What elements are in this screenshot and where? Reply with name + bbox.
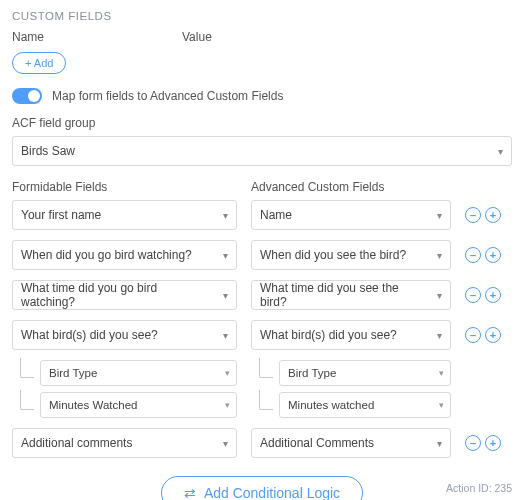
field-select-left-2[interactable]: What time did you go bird watching?▾ bbox=[12, 280, 237, 310]
field-select-right-3[interactable]: What bird(s) did you see?▾ bbox=[251, 320, 451, 350]
sub-cell-left: Bird Type▾ bbox=[12, 360, 237, 386]
chevron-down-icon: ▾ bbox=[437, 290, 442, 301]
field-select-right-4[interactable]: Additional Comments▾ bbox=[251, 428, 451, 458]
sub-field-value: Bird Type bbox=[49, 367, 97, 379]
field-select-right-0[interactable]: Name▾ bbox=[251, 200, 451, 230]
chevron-down-icon: ▾ bbox=[439, 400, 444, 410]
field-select-value: Additional Comments bbox=[260, 436, 374, 450]
add-row-icon[interactable]: + bbox=[485, 435, 501, 451]
mapping-row: Your first name▾Name▾–+ bbox=[12, 200, 512, 230]
remove-row-icon[interactable]: – bbox=[465, 435, 481, 451]
chevron-down-icon: ▾ bbox=[223, 330, 228, 341]
chevron-down-icon: ▾ bbox=[439, 368, 444, 378]
acf-group-label: ACF field group bbox=[12, 116, 512, 130]
row-actions: –+ bbox=[465, 207, 501, 223]
shuffle-icon: ⇄ bbox=[184, 485, 196, 500]
sub-cell-left: Minutes Watched▾ bbox=[12, 392, 237, 418]
acf-toggle-row: Map form fields to Advanced Custom Field… bbox=[12, 88, 512, 104]
field-select-right-1[interactable]: When did you see the bird?▾ bbox=[251, 240, 451, 270]
chevron-down-icon: ▾ bbox=[223, 290, 228, 301]
sub-field-select-left-3-1[interactable]: Minutes Watched▾ bbox=[40, 392, 237, 418]
mapping-header-right: Advanced Custom Fields bbox=[251, 180, 384, 194]
header-name: Name bbox=[12, 30, 182, 44]
chevron-down-icon: ▾ bbox=[225, 368, 230, 378]
sub-row: Bird Type▾Bird Type▾ bbox=[12, 360, 512, 386]
chevron-down-icon: ▾ bbox=[223, 210, 228, 221]
row-actions: –+ bbox=[465, 247, 501, 263]
chevron-down-icon: ▾ bbox=[498, 146, 503, 157]
sub-field-select-left-3-0[interactable]: Bird Type▾ bbox=[40, 360, 237, 386]
add-conditional-logic-button[interactable]: ⇄ Add Conditional Logic bbox=[161, 476, 363, 500]
field-select-value: What bird(s) did you see? bbox=[260, 328, 397, 342]
acf-group-select[interactable]: Birds Saw ▾ bbox=[12, 136, 512, 166]
mapping-row: What time did you go bird watching?▾What… bbox=[12, 280, 512, 310]
sub-field-select-right-3-1[interactable]: Minutes watched▾ bbox=[279, 392, 451, 418]
tree-connector-icon bbox=[259, 358, 273, 378]
chevron-down-icon: ▾ bbox=[437, 330, 442, 341]
action-id: Action ID: 235 bbox=[446, 482, 512, 494]
sub-cell-right: Minutes watched▾ bbox=[251, 392, 451, 418]
field-select-value: Your first name bbox=[21, 208, 101, 222]
sub-field-value: Bird Type bbox=[288, 367, 336, 379]
row-actions: –+ bbox=[465, 287, 501, 303]
acf-group-value: Birds Saw bbox=[21, 144, 75, 158]
mapping-row: When did you go bird watching?▾When did … bbox=[12, 240, 512, 270]
sub-group: Bird Type▾Bird Type▾Minutes Watched▾Minu… bbox=[12, 360, 512, 418]
sub-field-value: Minutes Watched bbox=[49, 399, 137, 411]
mapping-row: What bird(s) did you see?▾What bird(s) d… bbox=[12, 320, 512, 350]
acf-toggle-label: Map form fields to Advanced Custom Field… bbox=[52, 89, 283, 103]
add-row-icon[interactable]: + bbox=[485, 327, 501, 343]
field-select-value: Additional comments bbox=[21, 436, 132, 450]
row-actions: –+ bbox=[465, 435, 501, 451]
remove-row-icon[interactable]: – bbox=[465, 287, 481, 303]
sub-field-value: Minutes watched bbox=[288, 399, 374, 411]
field-select-value: What bird(s) did you see? bbox=[21, 328, 158, 342]
add-button[interactable]: + Add bbox=[12, 52, 66, 74]
chevron-down-icon: ▾ bbox=[437, 250, 442, 261]
chevron-down-icon: ▾ bbox=[223, 438, 228, 449]
chevron-down-icon: ▾ bbox=[225, 400, 230, 410]
add-row-icon[interactable]: + bbox=[485, 287, 501, 303]
chevron-down-icon: ▾ bbox=[223, 250, 228, 261]
field-select-left-1[interactable]: When did you go bird watching?▾ bbox=[12, 240, 237, 270]
sub-row: Minutes Watched▾Minutes watched▾ bbox=[12, 392, 512, 418]
mapping-row: Additional comments▾Additional Comments▾… bbox=[12, 428, 512, 458]
field-select-value: What time did you go bird watching? bbox=[21, 281, 212, 309]
mapping-header-left: Formidable Fields bbox=[12, 180, 237, 194]
chevron-down-icon: ▾ bbox=[437, 438, 442, 449]
sub-field-select-right-3-0[interactable]: Bird Type▾ bbox=[279, 360, 451, 386]
field-select-left-4[interactable]: Additional comments▾ bbox=[12, 428, 237, 458]
field-select-left-3[interactable]: What bird(s) did you see?▾ bbox=[12, 320, 237, 350]
field-select-value: When did you see the bird? bbox=[260, 248, 406, 262]
header-value: Value bbox=[182, 30, 212, 44]
section-title: CUSTOM FIELDS bbox=[12, 10, 512, 22]
add-row-icon[interactable]: + bbox=[485, 207, 501, 223]
remove-row-icon[interactable]: – bbox=[465, 327, 481, 343]
chevron-down-icon: ▾ bbox=[437, 210, 442, 221]
add-row-icon[interactable]: + bbox=[485, 247, 501, 263]
field-select-value: Name bbox=[260, 208, 292, 222]
sub-cell-right: Bird Type▾ bbox=[251, 360, 451, 386]
mapping-headers: Formidable Fields Advanced Custom Fields bbox=[12, 180, 512, 194]
field-select-value: When did you go bird watching? bbox=[21, 248, 192, 262]
row-actions: –+ bbox=[465, 327, 501, 343]
field-select-left-0[interactable]: Your first name▾ bbox=[12, 200, 237, 230]
field-select-value: What time did you see the bird? bbox=[260, 281, 426, 309]
conditional-button-label: Add Conditional Logic bbox=[204, 485, 340, 500]
remove-row-icon[interactable]: – bbox=[465, 207, 481, 223]
tree-connector-icon bbox=[20, 358, 34, 378]
tree-connector-icon bbox=[20, 390, 34, 410]
remove-row-icon[interactable]: – bbox=[465, 247, 481, 263]
field-select-right-2[interactable]: What time did you see the bird?▾ bbox=[251, 280, 451, 310]
tree-connector-icon bbox=[259, 390, 273, 410]
acf-toggle[interactable] bbox=[12, 88, 42, 104]
custom-fields-headers: Name Value bbox=[12, 30, 512, 44]
